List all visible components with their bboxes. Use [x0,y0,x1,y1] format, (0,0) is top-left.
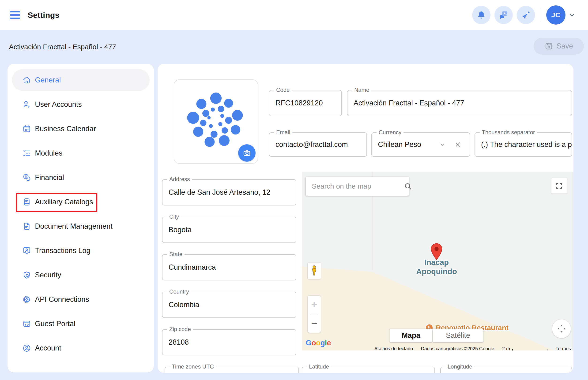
map-scale-label: 2 m [502,346,510,350]
map-fullscreen-button[interactable] [551,178,567,193]
sidebar-item-guest-portal[interactable]: Guest Portal [12,313,150,335]
sidebar-item-financial[interactable]: $ Financial [12,167,150,188]
sidebar-item-label: Account [35,344,61,352]
sidebar-item-label: Business Calendar [35,125,96,133]
document-icon [22,222,31,231]
sidebar-item-label: User Accounts [35,100,82,109]
map-attribution-bar: Atalhos do teclado Dados cartográficos ©… [374,346,571,350]
coins-icon: $ [22,173,31,182]
email-field[interactable]: Email [269,132,367,157]
bell-icon [477,10,486,20]
currency-clear-icon[interactable] [454,133,462,156]
map-scale: 2 m [502,346,547,350]
address-input[interactable] [162,180,296,205]
sidebar-item-label: API Connections [35,295,89,304]
sidebar-item-user-accounts[interactable]: User Accounts [12,94,150,115]
sidebar-item-security[interactable]: Security [12,264,150,286]
sidebar-item-document-management[interactable]: Document Management [12,215,150,237]
sidebar-item-api-connections[interactable]: API Connections [12,288,150,310]
timezone-field[interactable]: Time zones UTC [164,367,299,373]
chat-sparkles-icon [499,10,508,20]
name-input[interactable] [347,90,572,116]
thousands-separator-field[interactable]: Thousands separator (.) The character us… [475,132,572,157]
sidebar-item-modules[interactable]: Modules [12,142,150,164]
longitude-field-label: Longitude [446,363,474,370]
sidebar-item-account[interactable]: Account [12,337,150,359]
zoom-in-button[interactable]: + [308,296,321,314]
country-input[interactable] [162,292,296,317]
code-input[interactable] [269,90,341,116]
sidebar-item-transactions-log[interactable]: Transactions Log [12,240,150,262]
country-field[interactable]: Country [162,292,296,318]
sidebar-item-auxiliary-catalogs[interactable]: Auxiliary Catalogs [12,191,150,213]
map-type-map-button[interactable]: Mapa [390,329,432,342]
map-data-text: Dados cartográficos ©2025 Google [421,346,494,350]
city-input[interactable] [162,217,296,243]
upload-logo-button[interactable] [238,144,256,162]
sidebar-item-business-calendar[interactable]: Business Calendar [12,118,150,140]
map-search-input[interactable] [306,182,402,190]
sidebar-item-general[interactable]: General [12,69,150,91]
name-field-label: Name [352,87,371,93]
map-type-satellite-button[interactable]: Satélite [433,329,483,342]
browser-code-icon [22,319,31,328]
city-field[interactable]: City [162,217,296,243]
home-icon [22,76,31,85]
state-field[interactable]: State [162,254,296,280]
email-input[interactable] [269,133,366,156]
latitude-field-label: Latitude [307,363,331,370]
breadcrumb: Activación Fracttal - Español - 477 [9,30,116,64]
notifications-button[interactable] [472,6,490,24]
thousands-separator-value: (.) The character used is a p [475,133,572,156]
currency-field-label: Currency [377,129,404,136]
top-bar: Settings JC [0,0,588,30]
country-field-label: Country [167,288,191,295]
latitude-field[interactable]: Latitude [302,367,435,373]
map-pan-control[interactable] [552,319,571,338]
street-view-pegman-button[interactable] [308,263,321,279]
state-field-label: State [167,251,184,257]
map-search-box [306,177,409,196]
user-avatar[interactable]: JC [546,5,566,25]
sidebar-item-label: Document Management [35,222,113,230]
ai-chat-button[interactable] [494,6,513,24]
whats-new-button[interactable] [517,6,535,24]
camera-icon [242,148,252,158]
save-button[interactable]: Save [534,38,584,55]
timezone-field-label: Time zones UTC [170,363,216,370]
zip-code-input[interactable] [162,330,296,355]
address-field[interactable]: Address [162,179,296,206]
name-field[interactable]: Name [347,90,572,116]
currency-field[interactable]: Currency Chilean Peso [371,132,470,157]
fullscreen-icon [555,182,563,190]
code-field[interactable]: Code [269,90,342,116]
map-canvas[interactable]: + − Inacap Apoquindo Renovatio Restauran… [302,172,573,350]
google-logo[interactable]: Google [306,339,331,347]
address-field-label: Address [167,176,192,183]
avatar-menu-chevron-down-icon[interactable] [568,12,575,19]
currency-chevron-down-icon[interactable] [439,133,445,156]
menu-hamburger-icon[interactable] [10,11,20,19]
sidebar-item-label: General [35,76,61,84]
pan-arrows-icon [556,323,567,334]
zip-code-field[interactable]: Zip code [162,329,296,355]
keyboard-shortcuts-link[interactable]: Atalhos do teclado [374,346,413,350]
search-icon[interactable] [404,182,412,190]
top-right-actions: JC [468,0,575,30]
terms-link[interactable]: Termos [555,346,571,350]
fracttal-logo [184,90,248,153]
longitude-field[interactable]: Longitude [440,367,572,373]
code-field-label: Code [274,87,292,93]
map-zoom-control: + − [308,296,321,333]
company-logo-box[interactable] [174,79,258,164]
calendar-icon [22,124,31,133]
zoom-out-button[interactable]: − [308,314,321,333]
chip-gear-icon [22,295,31,304]
sidebar-item-label: Financial [35,173,64,182]
general-settings-panel: Code Name Email Currency Chilean Peso Th… [158,64,573,373]
user-circle-icon [22,344,31,353]
email-field-label: Email [274,129,292,136]
state-input[interactable] [162,255,296,280]
map-scale-bar [512,349,547,350]
pegman-icon [310,265,319,277]
